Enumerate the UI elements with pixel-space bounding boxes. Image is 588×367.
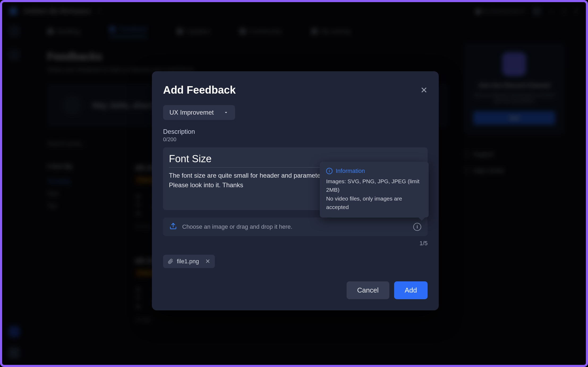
attachment-filename: file1.png	[177, 258, 199, 265]
modal-title: Add Feedback	[163, 84, 236, 96]
upload-dropzone[interactable]: Choose an image or drag and drop it here…	[163, 218, 428, 236]
upload-icon	[169, 222, 177, 231]
description-label: Description	[163, 120, 428, 135]
category-select[interactable]: UX Improvemet	[163, 105, 235, 120]
info-icon[interactable]: i	[413, 223, 421, 231]
upload-hint-text: Choose an image or drag and drop it here…	[182, 223, 292, 230]
tooltip-title: Information	[336, 168, 365, 174]
cancel-button[interactable]: Cancel	[347, 281, 389, 299]
category-selected-label: UX Improvemet	[169, 109, 214, 116]
remove-attachment-icon[interactable]: ✕	[203, 258, 210, 265]
chevron-down-icon	[223, 110, 229, 115]
description-counter: 0/200	[163, 135, 428, 143]
file-counter: 1/5	[163, 236, 428, 247]
info-circle-icon: i	[326, 168, 333, 174]
add-feedback-modal: Add Feedback ✕ UX Improvemet Description…	[152, 71, 439, 310]
info-tooltip: i Information Images: SVG, PNG, JPG, JPE…	[320, 162, 429, 218]
add-button[interactable]: Add	[394, 281, 428, 299]
tooltip-line-1: Images: SVG, PNG, JPG, JPEG (limit 2MB)	[326, 177, 422, 194]
paperclip-icon	[168, 259, 173, 264]
attachment-chip: file1.png ✕	[163, 255, 215, 268]
tooltip-line-2: No video files, only images are accepted	[326, 194, 422, 212]
close-icon[interactable]: ✕	[420, 86, 428, 94]
